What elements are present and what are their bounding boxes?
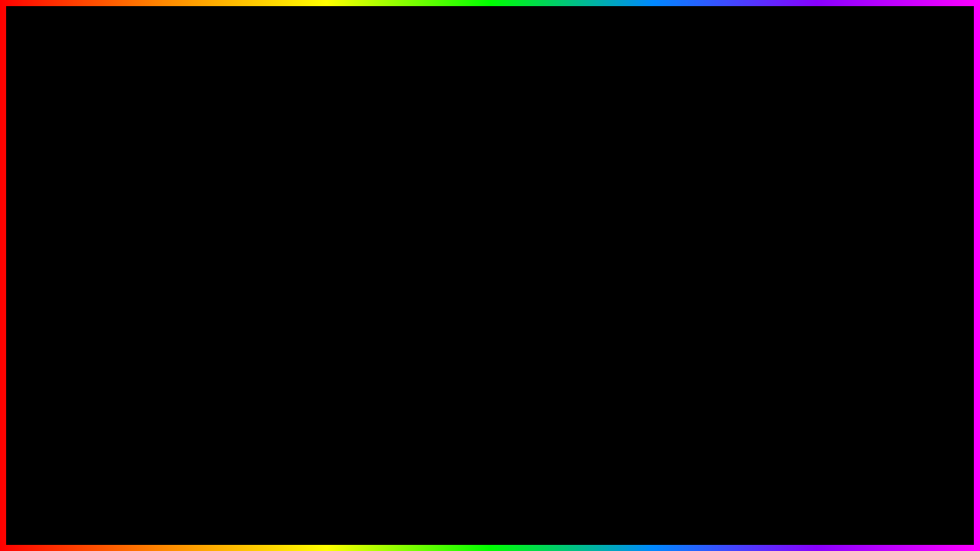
poghub-title: Legends Of Speed | Pog Hub No Carte — [620, 173, 801, 184]
farm-steps-label: Farm Steps — [599, 342, 708, 353]
farm-hoops-checkbox[interactable] — [582, 409, 593, 419]
farm-hoops-row[interactable]: Farm Hoops — [574, 403, 831, 425]
option-dots: · · · — [865, 223, 876, 231]
slider-dot — [110, 337, 118, 344]
autofarm-row-hoops[interactable]: Auto Hoops — [220, 325, 370, 347]
auto-hoops-label: Auto Hoops — [229, 331, 281, 342]
sidebar-item-eggs[interactable]: Eggs — [612, 239, 673, 262]
farm-steps-bar — [714, 346, 824, 349]
hoops-farming-delay-value: 0 — [808, 386, 824, 397]
autocollectgems-option-label: Auto Collect Gems — [700, 261, 782, 272]
farm-gems-row[interactable]: Farm Gems — [574, 359, 831, 381]
autofarm-section-title: AutoFarm — [229, 308, 276, 320]
radio-autorebirth[interactable] — [683, 242, 694, 253]
vynixius-title-colored: Legends Of Speed — [189, 174, 266, 185]
list-item[interactable]: Auto Collect Gems — [101, 210, 312, 229]
dropdown-arrow-icon: ▼ — [351, 285, 361, 296]
farm-gems-checkbox[interactable] — [582, 364, 593, 375]
custom-speed-label: Custom Speed — [582, 432, 695, 443]
farming-delay-label: Farming Delay — [582, 320, 689, 331]
farm-hoops-bar — [714, 412, 824, 416]
list-item[interactable]: + Auto Collect Orbs — [101, 191, 312, 210]
poghub-section-header: Main — [680, 194, 879, 213]
plus-icon: + — [110, 194, 116, 205]
radio-autocollectgems[interactable] — [683, 262, 694, 272]
autofarm-row-rebirth[interactable]: Auto Rebirth — [220, 370, 370, 392]
radio-autofarm[interactable] — [683, 222, 694, 233]
farm-steps-row[interactable]: Farm Steps — [574, 337, 831, 359]
autofarm-gui: Legends of Speed ▼ AutoFarm ▼ Auto Hoops… — [218, 277, 371, 430]
red-gui-title: Legends Of Speed — [582, 298, 669, 310]
option-dots-2: · · · — [865, 243, 876, 251]
option-dots-3: · · · — [865, 262, 876, 271]
option-dots-5: · · · — [865, 302, 876, 311]
poghub-close-button[interactable]: ✕ — [868, 172, 877, 184]
custom-jumppower-label: Custom JumpPower — [582, 458, 695, 468]
farming-delay-value: 0 — [808, 320, 824, 331]
farm-steps-checkbox[interactable] — [582, 342, 593, 353]
auto-rebirth-checkbox[interactable] — [348, 374, 361, 386]
sidebar-item-teleport[interactable]: Teleport — [612, 262, 673, 286]
bottom-pastebin-text: PASTEBIN — [638, 481, 859, 531]
hoops-farming-delay-row: Hoops Farming Delay 0 — [574, 381, 831, 403]
bottom-title: AUTO FARM SCRIPT PASTEBIN — [121, 471, 859, 534]
autofarm-option-label: Auto Farm — [700, 221, 746, 233]
hoops-farming-delay-slider[interactable] — [695, 390, 802, 394]
red-gui: Legends Of Speed ✕ Farming Delay 0 Farm … — [573, 292, 833, 478]
poghub-option-autocollectgems[interactable]: Auto Collect Gems · · · — [680, 257, 879, 277]
auto-hoops-checkbox[interactable] — [348, 330, 361, 342]
autofarm-section: AutoFarm ▼ — [220, 304, 370, 325]
bottom-farm-text: FARM — [291, 472, 462, 533]
vynixius-header: Vynixius - Legends Of Speed — [101, 170, 312, 191]
option-dots-4: · · · — [865, 282, 876, 291]
poghub-option-autorebirth[interactable]: Auto Rebirth · · · — [680, 237, 879, 257]
red-gui-header: Legends Of Speed ✕ — [574, 294, 831, 315]
autofarm-header: Legends of Speed ▼ — [220, 279, 370, 304]
farm-gems-bar — [714, 368, 824, 371]
autofarm-title: Legends of Speed — [229, 285, 322, 297]
farming-delay-slider[interactable] — [695, 323, 802, 328]
bottom-script-text: SCRIPT — [462, 481, 638, 531]
farm-hoops-label: Farm Hoops — [599, 409, 708, 419]
sidebar-item-trade[interactable]: Trade — [612, 215, 673, 239]
farm-gems-label: Farm Gems — [599, 364, 708, 375]
poghub-option-autofarm[interactable]: Auto Farm · · · — [680, 217, 879, 237]
list-item[interactable]: Auto Rebirth — [101, 248, 312, 267]
auto-rebirth-label: Auto Rebirth — [229, 375, 284, 386]
red-gui-close-button[interactable]: ✕ — [815, 298, 824, 310]
hoops-farming-delay-label: Hoops Farming Delay — [582, 386, 689, 397]
poghub-header: Legends Of Speed | Pog Hub No Carte ✕ — [612, 168, 885, 188]
radio-autohopsfarm[interactable] — [683, 282, 694, 292]
auto-collect-checkbox[interactable] — [348, 352, 361, 364]
cursor-icon: ▶ — [260, 405, 267, 416]
main-title: LEGENDS OF SPEED — [148, 21, 833, 99]
autofarm-row-collect[interactable]: Auto Collect — [220, 347, 370, 370]
auto-collect-label: Auto Collect — [229, 353, 283, 364]
custom-jumppower-row: Custom JumpPower — [574, 451, 831, 476]
list-item[interactable]: Auto Collect Hoops — [101, 229, 312, 248]
destroy-btn-label: DestroyGui — [272, 404, 329, 416]
farming-delay-row: Farming Delay 0 — [574, 315, 831, 337]
autohopsfarm-option-label: Auto Hops Farm — [700, 281, 773, 292]
sidebar-item-main[interactable]: Main — [612, 191, 673, 215]
autorebirth-option-label: Auto Rebirth — [700, 241, 755, 253]
custom-speed-input[interactable] — [701, 431, 824, 445]
custom-jumppower-input[interactable] — [701, 456, 824, 470]
section-dropdown-icon: ▼ — [351, 309, 361, 320]
destroy-gui-button[interactable]: ▶ DestroyGui — [226, 398, 364, 422]
bottom-auto-text: AUTO — [121, 472, 292, 533]
custom-speed-row: Custom Speed — [574, 425, 831, 451]
